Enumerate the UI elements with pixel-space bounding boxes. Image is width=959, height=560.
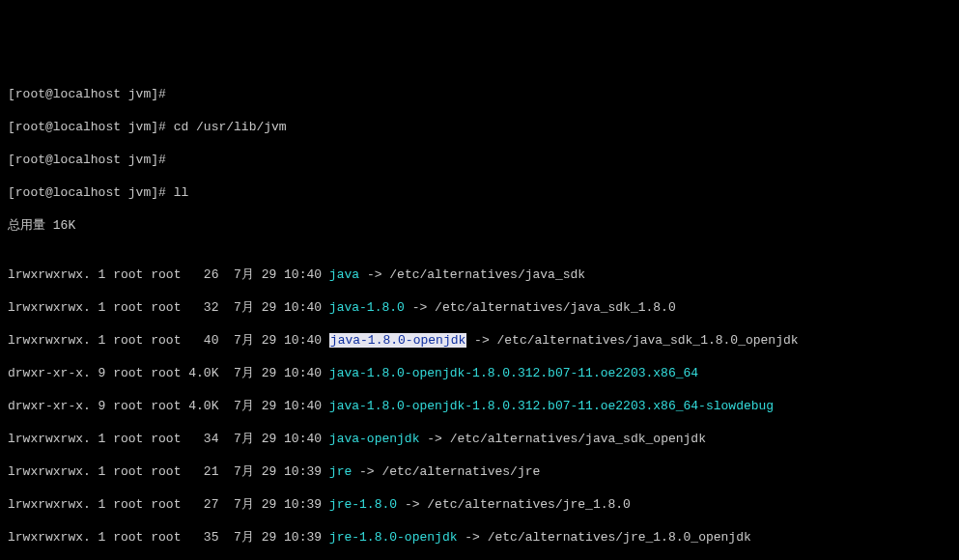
shell-prompt: [root@localhost jvm]# (8, 153, 166, 167)
prompt-line: [root@localhost jvm]# ll (8, 184, 951, 201)
shell-prompt: [root@localhost jvm]# (8, 120, 166, 134)
ls-row: lrwxrwxrwx. 1 root root 26 7月 29 10:40 j… (8, 266, 951, 283)
ls-row: lrwxrwxrwx. 1 root root 32 7月 29 10:40 j… (8, 299, 951, 316)
file-meta: lrwxrwxrwx. 1 root root 21 7月 29 10:39 (8, 464, 329, 479)
link-target: -> /etc/alternatives/jre (352, 464, 540, 479)
link-target: -> /etc/alternatives/jre_1.8.0 (397, 497, 631, 512)
dir-name: java-1.8.0-openjdk-1.8.0.312.b07-11.oe22… (329, 399, 774, 413)
ls-row: lrwxrwxrwx. 1 root root 35 7月 29 10:39 j… (8, 529, 951, 546)
file-meta: drwxr-xr-x. 9 root root 4.0K 7月 29 10:40 (8, 366, 329, 380)
ls-row: lrwxrwxrwx. 1 root root 40 7月 29 10:40 j… (8, 332, 951, 349)
command-text: cd /usr/lib/jvm (166, 120, 287, 134)
file-meta: lrwxrwxrwx. 1 root root 40 7月 29 10:40 (8, 333, 329, 348)
prompt-line: [root@localhost jvm]# (8, 86, 951, 102)
ls-row: drwxr-xr-x. 9 root root 4.0K 7月 29 10:40… (8, 365, 951, 381)
command-text: ll (166, 185, 188, 200)
shell-prompt: [root@localhost jvm]# (8, 185, 166, 200)
dir-name: java-1.8.0-openjdk-1.8.0.312.b07-11.oe22… (329, 366, 698, 380)
file-meta: lrwxrwxrwx. 1 root root 26 7月 29 10:40 (8, 267, 329, 282)
symlink-name: java-openjdk (329, 432, 420, 446)
ls-row: drwxr-xr-x. 9 root root 4.0K 7月 29 10:40… (8, 398, 951, 414)
total-line: 总用量 16K (8, 217, 951, 234)
link-target: -> /etc/alternatives/java_sdk_openjdk (419, 432, 705, 446)
terminal-output[interactable]: [root@localhost jvm]# [root@localhost jv… (8, 70, 951, 560)
link-target: -> /etc/alternatives/java_sdk_1.8.0 (405, 300, 676, 315)
file-meta: lrwxrwxrwx. 1 root root 35 7月 29 10:39 (8, 530, 329, 545)
file-meta: drwxr-xr-x. 9 root root 4.0K 7月 29 10:40 (8, 399, 329, 413)
symlink-name: java-1.8.0 (329, 300, 405, 315)
link-target: -> /etc/alternatives/java_sdk_1.8.0_open… (466, 333, 798, 348)
shell-prompt: [root@localhost jvm]# (8, 87, 166, 101)
file-meta: lrwxrwxrwx. 1 root root 32 7月 29 10:40 (8, 300, 329, 315)
symlink-name: jre (329, 464, 352, 479)
symlink-name-highlighted: java-1.8.0-openjdk (329, 333, 466, 348)
symlink-name: jre-1.8.0 (329, 497, 397, 512)
ls-row: lrwxrwxrwx. 1 root root 27 7月 29 10:39 j… (8, 496, 951, 513)
symlink-name: java (329, 267, 359, 282)
ls-row: lrwxrwxrwx. 1 root root 34 7月 29 10:40 j… (8, 431, 951, 447)
ls-row: lrwxrwxrwx. 1 root root 21 7月 29 10:39 j… (8, 463, 951, 480)
prompt-line: [root@localhost jvm]# cd /usr/lib/jvm (8, 119, 951, 135)
link-target: -> /etc/alternatives/java_sdk (359, 267, 585, 282)
file-meta: lrwxrwxrwx. 1 root root 34 7月 29 10:40 (8, 432, 329, 446)
symlink-name: jre-1.8.0-openjdk (329, 530, 458, 545)
prompt-line: [root@localhost jvm]# (8, 152, 951, 168)
file-meta: lrwxrwxrwx. 1 root root 27 7月 29 10:39 (8, 497, 329, 512)
link-target: -> /etc/alternatives/jre_1.8.0_openjdk (457, 530, 750, 545)
